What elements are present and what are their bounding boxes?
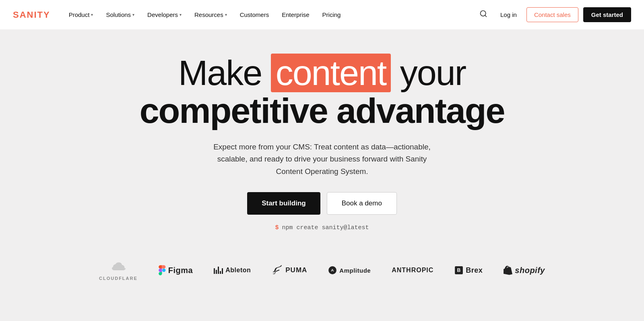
nav-developers[interactable]: Developers ▾ (142, 8, 187, 21)
search-button[interactable] (476, 6, 491, 23)
nav-customers-label: Customers (240, 11, 269, 18)
nav-pricing[interactable]: Pricing (317, 8, 347, 21)
nav-customers[interactable]: Customers (234, 8, 275, 21)
npm-command-bar: $ npm create sanity@latest (275, 224, 369, 231)
nav-product[interactable]: Product ▾ (63, 8, 99, 21)
logo-amplitude: A Amplitude (328, 266, 371, 275)
logo[interactable]: SANITY (13, 10, 50, 20)
nav-resources-chevron: ▾ (225, 12, 227, 17)
nav-developers-label: Developers (147, 11, 178, 18)
logo-shopify: shopify (504, 265, 545, 275)
contact-sales-button[interactable]: Contact sales (526, 7, 578, 22)
nav-product-chevron: ▾ (91, 12, 93, 17)
amplitude-icon: A (328, 266, 337, 275)
ableton-label: Ableton (225, 267, 251, 274)
svg-text:A: A (331, 268, 334, 273)
book-demo-button[interactable]: Book a demo (327, 192, 397, 215)
puma-label: PUMA (285, 266, 307, 274)
logo-ableton: Ableton (214, 267, 251, 274)
anthropic-label: ANTHROPIC (392, 267, 433, 274)
hero-title: Make content your competitive advantage (140, 54, 505, 130)
logo-brex: B Brex (454, 266, 483, 275)
figma-label: Figma (168, 266, 193, 275)
nav-product-label: Product (69, 11, 90, 18)
brex-label: Brex (466, 266, 483, 275)
nav-links: Product ▾ Solutions ▾ Developers ▾ Resou… (63, 8, 476, 21)
figma-icon (159, 265, 166, 275)
nav-pricing-label: Pricing (322, 11, 341, 18)
logo-figma: Figma (159, 265, 193, 275)
start-building-button[interactable]: Start building (247, 192, 320, 215)
cloudflare-label: CLOUDFLARE (99, 276, 138, 281)
logo-cloudflare: CLOUDFLARE (99, 260, 138, 281)
nav-solutions-label: Solutions (106, 11, 131, 18)
navigation: SANITY Product ▾ Solutions ▾ Developers … (0, 0, 644, 29)
puma-icon (272, 265, 283, 276)
logo-anthropic: ANTHROPIC (392, 267, 433, 274)
shopify-icon (504, 265, 512, 275)
ableton-bars-icon (214, 267, 223, 274)
logos-bar: CLOUDFLARE Figma Ableton PUMA (0, 247, 644, 289)
svg-line-1 (485, 15, 487, 17)
nav-developers-chevron: ▾ (180, 12, 182, 17)
nav-solutions[interactable]: Solutions ▾ (100, 8, 140, 21)
npm-dollar-sign: $ (275, 224, 279, 231)
npm-command-text: npm create sanity@latest (282, 224, 369, 231)
nav-right: Log in Contact sales Get started (476, 6, 631, 23)
amplitude-label: Amplitude (339, 267, 371, 274)
hero-section: Make content your competitive advantage … (0, 29, 644, 247)
hero-title-line2: competitive advantage (140, 92, 505, 129)
brex-icon: B (454, 266, 463, 275)
get-started-button[interactable]: Get started (583, 7, 631, 22)
hero-subtitle: Expect more from your CMS: Treat content… (209, 141, 435, 178)
hero-title-highlight: content (271, 54, 391, 92)
hero-buttons: Start building Book a demo (247, 192, 397, 215)
nav-resources[interactable]: Resources ▾ (189, 8, 233, 21)
hero-title-start: Make (178, 53, 271, 93)
search-icon (479, 10, 487, 18)
svg-text:B: B (457, 268, 461, 273)
cloudflare-cloud-icon (109, 260, 128, 275)
nav-enterprise[interactable]: Enterprise (276, 8, 315, 21)
nav-resources-label: Resources (194, 11, 223, 18)
hero-title-end: your (391, 53, 466, 93)
logo-puma: PUMA (272, 265, 307, 276)
log-in-button[interactable]: Log in (495, 8, 522, 21)
nav-enterprise-label: Enterprise (282, 11, 309, 18)
shopify-label: shopify (515, 266, 545, 275)
nav-solutions-chevron: ▾ (132, 12, 134, 17)
